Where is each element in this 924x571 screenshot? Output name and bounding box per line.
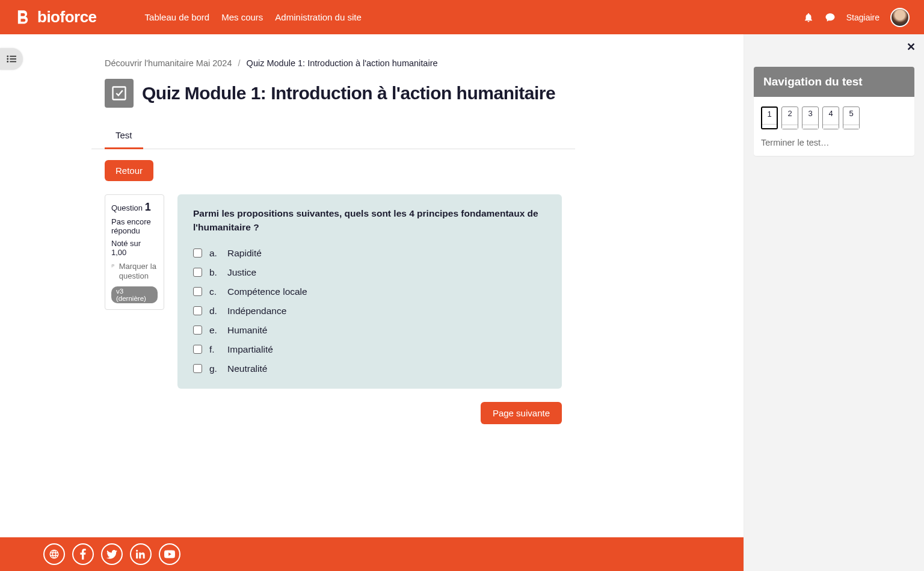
answer-text: Indépendance [227, 306, 286, 316]
topbar: bioforce Tableau de bord Mes cours Admin… [0, 0, 924, 34]
answer-letter: e. [209, 325, 220, 336]
bell-icon[interactable] [803, 12, 814, 23]
answer-letter: f. [209, 344, 220, 355]
svg-point-4 [7, 61, 8, 63]
question-state: Pas encore répondu [111, 217, 158, 235]
svg-rect-3 [10, 58, 16, 60]
brand-name: bioforce [37, 8, 97, 26]
svg-rect-1 [10, 56, 16, 57]
question-info-box: Question 1 Pas encore répondu Noté sur 1… [105, 194, 164, 310]
answer-text: Impartialité [227, 344, 273, 355]
question-grade: Noté sur 1,00 [111, 239, 158, 257]
breadcrumb-course[interactable]: Découvrir l'humanitaire Mai 2024 [105, 58, 232, 68]
breadcrumb-sep: / [238, 58, 241, 68]
finish-test-link[interactable]: Terminer le test… [761, 138, 907, 147]
flag-question-text: Marquer la question [119, 262, 158, 282]
page-title: Quiz Module 1: Introduction à l'action h… [142, 83, 555, 103]
chat-icon[interactable] [825, 12, 836, 23]
question-content: Parmi les propositions suivantes, quels … [177, 194, 562, 389]
social-youtube[interactable] [159, 543, 180, 565]
answer-letter: g. [209, 363, 220, 374]
answer-text: Neutralité [227, 363, 267, 374]
answer-option[interactable]: e. Humanité [193, 325, 546, 336]
quiz-nav-card: Navigation du test 1 2 3 4 5 Terminer le… [754, 67, 914, 156]
svg-point-0 [7, 55, 8, 57]
next-page-button[interactable]: Page suivante [481, 402, 562, 424]
answer-option[interactable]: c. Compétence locale [193, 286, 546, 297]
quiz-nav-q3[interactable]: 3 [802, 106, 819, 129]
right-sidebar: ✕ Navigation du test 1 2 3 4 5 Terminer … [744, 34, 924, 571]
primary-nav: Tableau de bord Mes cours Administration… [145, 12, 362, 22]
answer-option[interactable]: b. Justice [193, 267, 546, 278]
answer-text: Justice [227, 267, 256, 278]
social-twitter[interactable] [101, 543, 123, 565]
answer-letter: b. [209, 267, 220, 278]
tabs: Test [91, 122, 575, 149]
answers-list: a. Rapidité b. Justice c. Compétence loc… [193, 248, 546, 374]
social-facebook[interactable] [72, 543, 94, 565]
answer-checkbox[interactable] [193, 364, 202, 373]
footer [0, 537, 744, 571]
flag-question-link[interactable]: Marquer la question [111, 262, 158, 282]
role-label: Stagiaire [846, 13, 879, 22]
breadcrumb-current: Quiz Module 1: Introduction à l'action h… [247, 58, 438, 68]
nav-admin[interactable]: Administration du site [275, 12, 361, 22]
tab-test[interactable]: Test [105, 123, 143, 149]
answer-checkbox[interactable] [193, 248, 202, 258]
breadcrumb: Découvrir l'humanitaire Mai 2024 / Quiz … [105, 58, 562, 68]
answer-checkbox[interactable] [193, 287, 202, 296]
quiz-nav-q4[interactable]: 4 [822, 106, 839, 129]
quiz-nav-grid: 1 2 3 4 5 [761, 106, 907, 129]
quiz-nav-q1[interactable]: 1 [761, 106, 778, 129]
social-globe[interactable] [43, 543, 65, 565]
list-icon [7, 55, 16, 63]
answer-option[interactable]: d. Indépendance [193, 306, 546, 316]
question-number: 1 [145, 201, 151, 213]
brand-logo[interactable]: bioforce [14, 8, 97, 26]
quiz-nav-q2[interactable]: 2 [781, 106, 798, 129]
logo-icon [14, 9, 31, 26]
svg-rect-6 [113, 87, 126, 100]
answer-letter: a. [209, 248, 220, 259]
question-label-prefix: Question [111, 203, 143, 212]
answer-text: Rapidité [227, 248, 262, 259]
quiz-icon [105, 79, 134, 108]
answer-text: Compétence locale [227, 286, 307, 297]
answer-checkbox[interactable] [193, 326, 202, 335]
topbar-right: Stagiaire [803, 8, 910, 27]
answer-option[interactable]: g. Neutralité [193, 363, 546, 374]
social-linkedin[interactable] [130, 543, 152, 565]
avatar[interactable] [890, 8, 910, 27]
svg-rect-5 [10, 61, 16, 63]
version-badge: v3 (dernière) [111, 286, 158, 303]
answer-checkbox[interactable] [193, 306, 202, 315]
answer-checkbox[interactable] [193, 268, 202, 277]
answer-text: Humanité [227, 325, 267, 336]
answer-option[interactable]: f. Impartialité [193, 344, 546, 355]
quiz-nav-title: Navigation du test [754, 67, 914, 97]
svg-point-2 [7, 58, 8, 60]
question-text: Parmi les propositions suivantes, quels … [193, 206, 546, 235]
quiz-nav-q5[interactable]: 5 [843, 106, 860, 129]
back-button[interactable]: Retour [105, 160, 153, 181]
answer-checkbox[interactable] [193, 345, 202, 354]
flag-icon [111, 262, 116, 270]
nav-courses[interactable]: Mes cours [221, 12, 263, 22]
answer-letter: c. [209, 286, 220, 297]
close-icon[interactable]: ✕ [907, 40, 916, 54]
answer-letter: d. [209, 306, 220, 316]
drawer-toggle[interactable] [0, 48, 23, 70]
answer-option[interactable]: a. Rapidité [193, 248, 546, 259]
nav-dashboard[interactable]: Tableau de bord [145, 12, 210, 22]
